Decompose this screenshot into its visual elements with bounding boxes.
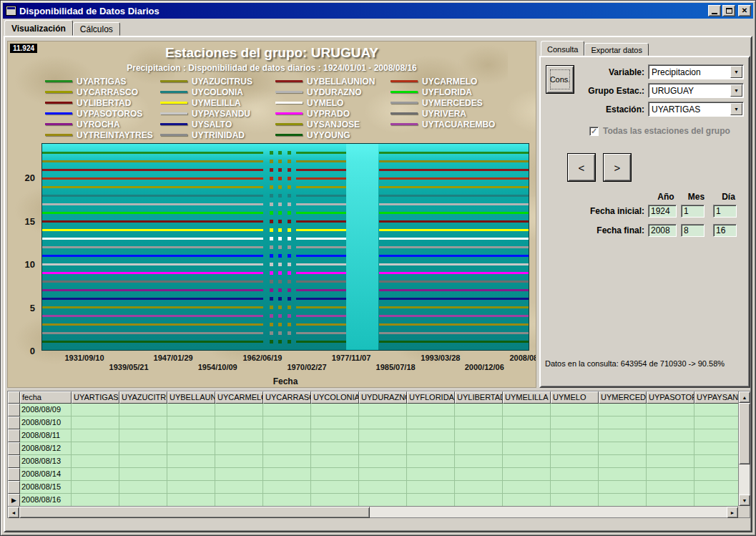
cell[interactable] — [119, 416, 167, 429]
close-button[interactable]: ✕ — [738, 5, 751, 16]
cell[interactable] — [407, 404, 455, 416]
cell[interactable] — [119, 429, 167, 442]
cell[interactable] — [263, 481, 311, 494]
cell[interactable] — [407, 494, 455, 506]
cell[interactable] — [694, 404, 738, 416]
cell[interactable] — [503, 455, 551, 468]
cell[interactable] — [551, 494, 599, 506]
cell[interactable] — [551, 455, 599, 468]
cell[interactable] — [599, 455, 647, 468]
cell[interactable] — [455, 442, 503, 455]
cell[interactable] — [263, 416, 311, 429]
cell[interactable] — [263, 468, 311, 481]
cell[interactable] — [694, 416, 738, 429]
cell[interactable] — [72, 404, 119, 416]
prev-button[interactable]: < — [568, 154, 595, 181]
vertical-scrollbar[interactable]: ▲ ▼ — [738, 391, 750, 506]
cell[interactable] — [694, 494, 738, 506]
grid-column-header[interactable]: UYLIBERTAD — [455, 391, 503, 404]
cell[interactable] — [72, 481, 119, 494]
vertical-scroll-track[interactable] — [739, 403, 750, 494]
cell[interactable] — [215, 494, 263, 506]
cell[interactable] — [503, 404, 551, 416]
row-selector[interactable]: ▶ — [8, 494, 20, 506]
cell[interactable] — [694, 468, 738, 481]
cell[interactable] — [263, 455, 311, 468]
cell[interactable] — [119, 468, 167, 481]
tab-visualizacion[interactable]: Visualización — [4, 20, 73, 36]
cell[interactable] — [215, 404, 263, 416]
cell[interactable] — [551, 468, 599, 481]
grid-column-header[interactable]: UYAZUCITRUS — [119, 391, 167, 404]
cell[interactable] — [215, 481, 263, 494]
maximize-button[interactable] — [722, 5, 735, 16]
cell[interactable] — [455, 481, 503, 494]
cell[interactable] — [455, 455, 503, 468]
cell[interactable] — [647, 416, 694, 429]
grid-column-header[interactable]: UYFLORIDA — [407, 391, 455, 404]
horizontal-scroll-track[interactable] — [19, 507, 727, 517]
cell[interactable] — [72, 442, 119, 455]
cell[interactable] — [311, 481, 359, 494]
scroll-up-button[interactable]: ▲ — [739, 391, 750, 403]
cell[interactable] — [263, 494, 311, 506]
row-selector[interactable] — [8, 481, 20, 494]
cell[interactable] — [551, 481, 599, 494]
cell[interactable] — [647, 442, 694, 455]
cell[interactable] — [599, 481, 647, 494]
minimize-button[interactable] — [708, 5, 721, 16]
cell[interactable] — [455, 404, 503, 416]
cell[interactable] — [647, 455, 694, 468]
grid-column-header[interactable]: UYPAYSANDU — [694, 391, 738, 404]
cell[interactable] — [694, 481, 738, 494]
cell[interactable] — [311, 455, 359, 468]
scroll-down-button[interactable]: ▼ — [739, 494, 750, 506]
cell[interactable] — [167, 494, 215, 506]
cell[interactable] — [215, 416, 263, 429]
cell-fecha[interactable]: 2008/08/09 — [20, 404, 72, 416]
cell[interactable] — [119, 455, 167, 468]
cell[interactable] — [599, 404, 647, 416]
fecha-final-ano-input[interactable] — [648, 224, 677, 237]
grid-column-header[interactable]: UYCOLONIA — [311, 391, 359, 404]
tab-consulta[interactable]: Consulta — [541, 41, 584, 56]
cell[interactable] — [359, 468, 407, 481]
cell[interactable] — [311, 468, 359, 481]
cell[interactable] — [647, 429, 694, 442]
cell[interactable] — [599, 468, 647, 481]
cell[interactable] — [503, 468, 551, 481]
row-selector[interactable] — [8, 429, 20, 442]
cell[interactable] — [359, 455, 407, 468]
cell[interactable] — [72, 455, 119, 468]
cell[interactable] — [359, 494, 407, 506]
cell[interactable] — [599, 494, 647, 506]
vertical-scroll-thumb[interactable] — [739, 403, 750, 464]
row-selector[interactable] — [8, 468, 20, 481]
cell[interactable] — [119, 404, 167, 416]
cell-fecha[interactable]: 2008/08/13 — [20, 455, 72, 468]
cell[interactable] — [167, 442, 215, 455]
cell[interactable] — [407, 429, 455, 442]
row-selector[interactable] — [8, 442, 20, 455]
cell[interactable] — [551, 404, 599, 416]
cell[interactable] — [647, 404, 694, 416]
grid-column-header[interactable]: UYDURAZNO — [359, 391, 407, 404]
row-selector[interactable] — [8, 455, 20, 468]
variable-combobox[interactable]: Precipitacion ▼ — [648, 64, 744, 79]
cell-fecha[interactable]: 2008/08/15 — [20, 481, 72, 494]
cell[interactable] — [455, 429, 503, 442]
cell[interactable] — [119, 442, 167, 455]
cell[interactable] — [359, 442, 407, 455]
row-selector[interactable] — [8, 404, 20, 416]
cell[interactable] — [647, 481, 694, 494]
cell[interactable] — [455, 494, 503, 506]
titlebar[interactable]: Disponibilidad de Datos Diarios ✕ — [3, 3, 753, 19]
cell[interactable] — [407, 416, 455, 429]
cell[interactable] — [455, 468, 503, 481]
cell[interactable] — [503, 494, 551, 506]
row-selector[interactable] — [8, 416, 20, 429]
grid-column-header[interactable]: UYCARMELO — [215, 391, 263, 404]
cell[interactable] — [263, 404, 311, 416]
cell-fecha[interactable]: 2008/08/10 — [20, 416, 72, 429]
horizontal-scroll-thumb[interactable] — [19, 507, 370, 518]
